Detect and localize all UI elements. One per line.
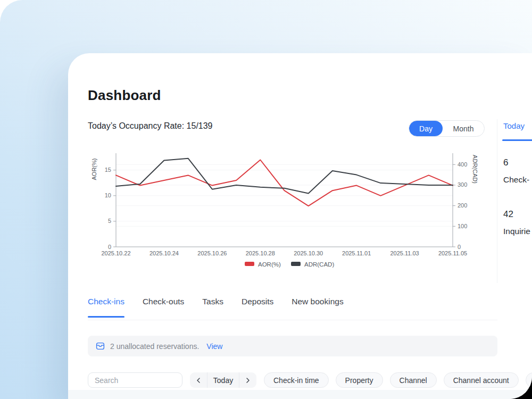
date-navigator: Today — [190, 372, 256, 388]
legend-label[interactable]: AOR(%) — [258, 261, 281, 268]
stat-label: Inquirie — [503, 227, 530, 236]
tab-check-ins[interactable]: Check-ins — [88, 297, 124, 317]
stat-block: 42Inquirie — [503, 209, 530, 236]
left-axis-label: AOR(%) — [91, 159, 97, 180]
adrcad-line — [116, 159, 453, 194]
dashboard-card: Dashboard Today’s Occupancy Rate: 15/139… — [68, 53, 532, 399]
occupancy-rate-text: Today’s Occupancy Rate: 15/139 — [88, 121, 213, 131]
svg-text:0: 0 — [108, 244, 111, 250]
notice-bar: 2 unallocated reservations. View — [88, 336, 497, 356]
stat-value: 42 — [503, 209, 530, 220]
date-nav-today-button[interactable]: Today — [207, 372, 239, 388]
chevron-left-icon[interactable] — [190, 372, 207, 388]
svg-text:2025.10.26: 2025.10.26 — [197, 250, 227, 256]
stat-block: 6Check- — [503, 157, 529, 185]
svg-text:300: 300 — [458, 181, 467, 188]
search-input[interactable] — [88, 372, 182, 388]
tab-check-outs[interactable]: Check-outs — [143, 297, 184, 317]
filter-row: Today Check-in timePropertyChannelChanne… — [88, 372, 532, 388]
view-link[interactable]: View — [206, 342, 222, 351]
svg-text:2025.10.28: 2025.10.28 — [246, 250, 275, 256]
svg-text:2025.10.30: 2025.10.30 — [294, 250, 323, 256]
tab-deposits[interactable]: Deposits — [242, 297, 273, 317]
occupancy-chart: 05101501002003004002025.10.222025.10.242… — [88, 148, 497, 273]
stat-label: Check- — [503, 175, 529, 185]
stat-value: 6 — [503, 157, 529, 168]
filter-button-channel[interactable]: Channel — [390, 372, 437, 388]
svg-text:2025.10.24: 2025.10.24 — [149, 250, 179, 256]
filter-button-check-in-time[interactable]: Check-in time — [264, 372, 329, 388]
today-tab-indicator — [502, 139, 532, 141]
aor-line — [116, 160, 453, 206]
svg-text:200: 200 — [458, 202, 467, 209]
tab-tasks[interactable]: Tasks — [202, 297, 223, 317]
filter-button-property[interactable]: Property — [336, 372, 383, 388]
legend-marker[interactable] — [245, 262, 254, 266]
svg-text:2025.11.05: 2025.11.05 — [438, 250, 467, 256]
tab-new-bookings[interactable]: New bookings — [292, 297, 343, 317]
svg-text:5: 5 — [108, 218, 111, 224]
legend-marker[interactable] — [291, 262, 301, 266]
svg-text:100: 100 — [458, 223, 467, 229]
svg-text:400: 400 — [458, 161, 467, 168]
svg-text:2025.10.22: 2025.10.22 — [101, 250, 130, 256]
right-axis-label: ADR(CAD) — [472, 155, 478, 184]
box-icon — [96, 342, 105, 351]
next-section-band — [68, 390, 532, 399]
filter-button-channel-account[interactable]: Channel account — [444, 372, 519, 388]
svg-text:2025.11.01: 2025.11.01 — [342, 250, 371, 256]
svg-text:2025.11.03: 2025.11.03 — [390, 250, 419, 256]
svg-text:0: 0 — [458, 244, 461, 250]
toggle-month-button[interactable]: Month — [443, 121, 484, 136]
svg-text:15: 15 — [105, 167, 111, 173]
legend-label[interactable]: ADR(CAD) — [304, 261, 334, 268]
svg-text:10: 10 — [105, 192, 111, 198]
day-month-toggle: Day Month — [409, 120, 485, 137]
section-tabs: Check-insCheck-outsTasksDepositsNew book… — [88, 297, 497, 320]
right-panel-today-tab[interactable]: Today — [503, 121, 525, 130]
chevron-right-icon[interactable] — [239, 372, 256, 388]
notice-text: 2 unallocated reservations. — [110, 342, 199, 351]
toggle-day-button[interactable]: Day — [409, 121, 443, 136]
page-title: Dashboard — [88, 87, 161, 104]
